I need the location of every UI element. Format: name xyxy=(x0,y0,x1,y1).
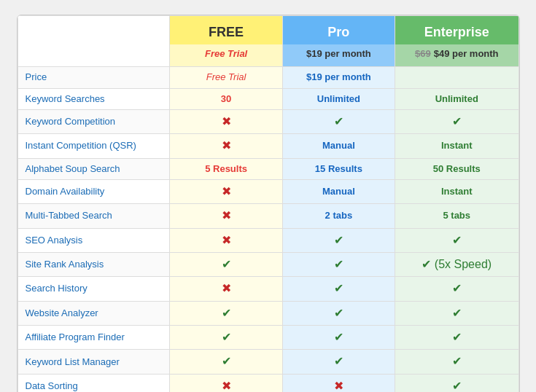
row-cell: 15 Results xyxy=(282,158,395,179)
row-cell: ✔ xyxy=(282,252,395,276)
check-icon: ✔ xyxy=(452,234,462,246)
row-cell xyxy=(395,67,518,88)
table-row: Website Analyzer✔✔✔ xyxy=(18,301,518,325)
row-cell: ✖ xyxy=(282,374,395,392)
header-pro: Pro xyxy=(283,16,395,44)
row-label: Price xyxy=(18,67,170,88)
cross-icon: ✖ xyxy=(222,185,231,197)
check-icon: ✔ xyxy=(452,380,462,392)
table-row: Alphabet Soup Search5 Results15 Results5… xyxy=(18,158,518,179)
row-cell: Unlimited xyxy=(282,88,395,109)
table-row: Search History✖✔✔ xyxy=(18,277,518,301)
row-label: Instant Competition (QSR) xyxy=(18,134,170,158)
cross-icon: ✖ xyxy=(222,209,231,222)
row-label: Domain Availability xyxy=(18,179,170,203)
row-cell: ✔ xyxy=(395,326,518,350)
price-new: $49 per month xyxy=(434,48,499,59)
row-cell: ✖ xyxy=(170,204,282,228)
table-row: Keyword List Manager✔✔✔ xyxy=(18,350,518,374)
table-row: Multi-Tabbed Search✖2 tabs5 tabs xyxy=(18,204,518,228)
row-cell: ✔ xyxy=(282,301,395,325)
table-row: SEO Analysis✖✔✔ xyxy=(18,228,518,252)
row-cell: ✔ xyxy=(395,277,518,301)
row-cell: ✔ xyxy=(170,252,282,276)
table-row: Keyword Searches30UnlimitedUnlimited xyxy=(18,88,518,109)
row-cell: 2 tabs xyxy=(282,204,395,228)
row-cell: Unlimited xyxy=(395,88,518,109)
row-label: Keyword List Manager xyxy=(18,350,170,374)
row-cell: ✔ xyxy=(282,109,395,133)
row-cell: Instant xyxy=(395,134,518,158)
row-cell: ✔ xyxy=(395,301,518,325)
row-cell: Instant xyxy=(395,179,518,203)
check-icon: ✔ xyxy=(334,355,343,367)
subprice-enterprise: $69$49 per month xyxy=(395,44,518,66)
table-row: Domain Availability✖ManualInstant xyxy=(18,179,518,203)
table-row: Site Rank Analysis✔✔✔ (5x Speed) xyxy=(18,252,518,276)
check-icon: ✔ xyxy=(334,307,343,319)
check-icon: ✔ xyxy=(222,331,231,343)
cross-icon: ✖ xyxy=(222,139,231,152)
row-cell: ✔ xyxy=(282,326,395,350)
row-label: Site Rank Analysis xyxy=(18,252,170,276)
row-cell: Manual xyxy=(282,179,395,203)
cross-icon: ✖ xyxy=(334,380,343,392)
row-cell: ✖ xyxy=(170,109,282,133)
check-icon: ✔ (5x Speed) xyxy=(422,258,492,270)
pricing-table: FREE Free Trial Pro $19 per month Enterp… xyxy=(18,15,519,392)
row-cell: ✖ xyxy=(170,134,282,158)
cross-icon: ✖ xyxy=(222,115,231,128)
row-label: Website Analyzer xyxy=(18,301,170,325)
row-cell: ✔ xyxy=(282,228,395,252)
row-cell: 5 tabs xyxy=(395,204,518,228)
row-cell: ✔ xyxy=(395,374,518,392)
row-cell: ✔ xyxy=(170,326,282,350)
check-icon: ✔ xyxy=(222,355,231,367)
check-icon: ✔ xyxy=(334,331,343,343)
table-row: Instant Competition (QSR)✖ManualInstant xyxy=(18,134,518,158)
cross-icon: ✖ xyxy=(222,282,231,294)
row-cell: ✖ xyxy=(170,179,282,203)
row-cell: ✔ (5x Speed) xyxy=(395,252,518,276)
check-icon: ✔ xyxy=(334,234,343,246)
row-cell: Free Trial xyxy=(170,67,282,88)
table-row: Keyword Competition✖✔✔ xyxy=(18,109,518,133)
row-cell: ✔ xyxy=(170,350,282,374)
row-cell: 50 Results xyxy=(395,158,518,179)
pricing-container: FREE Free Trial Pro $19 per month Enterp… xyxy=(17,15,520,392)
check-icon: ✔ xyxy=(452,115,462,128)
row-cell: ✔ xyxy=(282,350,395,374)
row-cell: ✔ xyxy=(282,277,395,301)
row-cell: $19 per month xyxy=(282,67,395,88)
subprice-free: Free Trial xyxy=(170,44,281,66)
table-row: Affiliate Program Finder✔✔✔ xyxy=(18,326,518,350)
check-icon: ✔ xyxy=(452,355,462,367)
row-cell: 5 Results xyxy=(170,158,282,179)
cross-icon: ✖ xyxy=(222,380,231,392)
row-label: Keyword Searches xyxy=(18,88,170,109)
price-old: $69 xyxy=(415,48,431,59)
row-label: Keyword Competition xyxy=(18,109,170,133)
row-cell: ✖ xyxy=(170,228,282,252)
row-label: Search History xyxy=(18,277,170,301)
check-icon: ✔ xyxy=(334,282,343,294)
row-label: Affiliate Program Finder xyxy=(18,326,170,350)
table-row: PriceFree Trial$19 per month xyxy=(18,67,518,88)
row-cell: 30 xyxy=(170,88,282,109)
row-label: Multi-Tabbed Search xyxy=(18,204,170,228)
subprice-pro: $19 per month xyxy=(283,44,395,66)
check-icon: ✔ xyxy=(222,307,231,319)
free-trial-text: Free Trial xyxy=(206,71,246,82)
check-icon: ✔ xyxy=(222,258,231,270)
row-cell: ✔ xyxy=(395,109,518,133)
row-cell: ✖ xyxy=(170,277,282,301)
header-enterprise: Enterprise xyxy=(395,16,518,44)
row-cell: Manual xyxy=(282,134,395,158)
row-label: Alphabet Soup Search xyxy=(18,158,170,179)
row-label: Data Sorting xyxy=(18,374,170,392)
check-icon: ✔ xyxy=(334,115,343,128)
row-cell: ✔ xyxy=(170,301,282,325)
cross-icon: ✖ xyxy=(222,234,231,246)
row-cell: ✖ xyxy=(170,374,282,392)
check-icon: ✔ xyxy=(334,258,343,270)
